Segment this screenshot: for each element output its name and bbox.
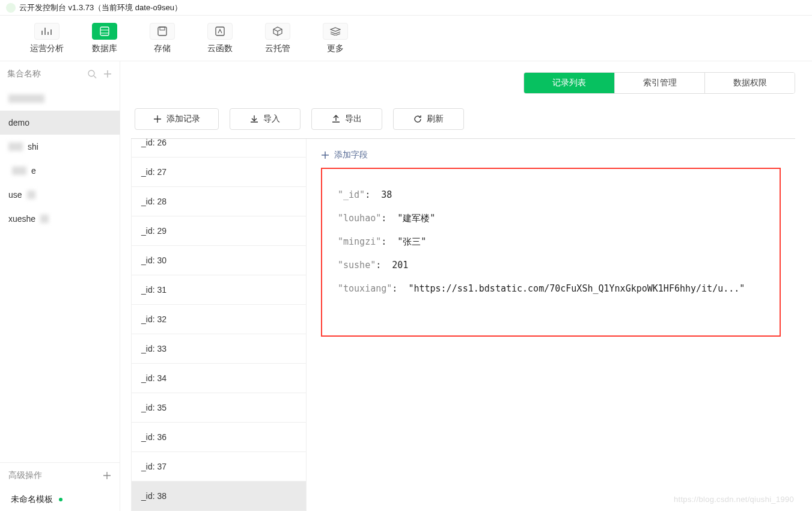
id-list-row[interactable]: _id: 33 [132, 334, 306, 364]
svg-point-4 [88, 70, 94, 76]
id-list-row[interactable]: _id: 28 [132, 187, 306, 216]
tab-indexes[interactable]: 索引管理 [614, 73, 704, 93]
toolbar-more[interactable]: 更多 [307, 23, 364, 54]
plus-icon[interactable] [103, 471, 111, 480]
toolbar-label: 存储 [154, 43, 171, 54]
action-buttons: 添加记录 导入 导出 刷新 [131, 108, 795, 130]
id-list-pane[interactable]: _id: 26_id: 27_id: 28_id: 29_id: 30_id: … [131, 139, 307, 511]
document-pane: 添加字段 "_id": 38"louhao": "建军楼""mingzi": "… [307, 139, 795, 511]
tab-records[interactable]: 记录列表 [524, 73, 614, 93]
main-toolbar: 运营分析 数据库 存储 云函数 云托管 更多 [0, 16, 812, 61]
app-icon [6, 3, 16, 13]
refresh-icon [414, 115, 422, 123]
collection-item[interactable]: demo [0, 111, 120, 135]
blurred-text [40, 215, 49, 223]
toolbar-label: 更多 [327, 43, 344, 54]
id-list-row[interactable]: _id: 38 [132, 482, 306, 511]
toolbar-label: 云函数 [207, 43, 233, 54]
upload-icon [332, 115, 340, 123]
plus-icon [321, 151, 329, 159]
title-bar: 云开发控制台 v1.3.73（当前环境 date-o9seu） [0, 0, 812, 16]
layers-icon [323, 23, 348, 40]
id-list-row[interactable]: _id: 34 [132, 364, 306, 393]
toolbar-label: 云托管 [265, 43, 290, 54]
toolbar-storage[interactable]: 存储 [133, 23, 191, 54]
collection-name: demo [8, 118, 29, 127]
function-icon [207, 23, 233, 40]
collection-name: e [31, 166, 36, 176]
id-list-row[interactable]: _id: 36 [132, 423, 306, 452]
tab-permissions[interactable]: 数据权限 [704, 73, 795, 93]
id-list-row[interactable]: _id: 29 [132, 216, 306, 246]
template-label: 未命名模板 [11, 494, 53, 505]
id-list-row[interactable]: _id: 37 [132, 452, 306, 482]
sidebar: 集合名称 demo shi e use xueshe 高级操作 未命名模板 [0, 61, 120, 511]
svg-rect-3 [216, 27, 224, 35]
collection-list: demo shi e use xueshe [0, 87, 120, 462]
blurred-text [12, 167, 26, 175]
collection-name: use [8, 190, 22, 200]
sidebar-header: 集合名称 [0, 61, 120, 87]
id-list-row[interactable]: _id: 30 [132, 246, 306, 275]
template-item[interactable]: 未命名模板 [0, 488, 120, 511]
add-field-button[interactable]: 添加字段 [321, 150, 781, 161]
id-list-row[interactable]: _id: 27 [132, 158, 306, 187]
window-title: 云开发控制台 v1.3.73（当前环境 date-o9seu） [19, 2, 182, 13]
blurred-text [8, 94, 44, 103]
view-tabs: 记录列表 索引管理 数据权限 [524, 72, 795, 94]
database-icon [92, 23, 117, 40]
svg-rect-0 [100, 27, 109, 35]
download-icon [250, 115, 258, 123]
toolbar-label: 数据库 [92, 43, 117, 54]
collection-name: shi [28, 142, 38, 151]
id-list-row[interactable]: _id: 26 [132, 139, 306, 158]
collection-item[interactable]: xueshe [0, 207, 120, 231]
blurred-text [27, 191, 35, 199]
id-list-row[interactable]: _id: 32 [132, 305, 306, 334]
collection-item[interactable]: use [0, 183, 120, 207]
toolbar-database[interactable]: 数据库 [76, 23, 133, 54]
cube-icon [265, 23, 290, 40]
import-button[interactable]: 导入 [230, 108, 301, 130]
collections-label: 集合名称 [7, 69, 41, 79]
id-list-row[interactable]: _id: 35 [132, 393, 306, 423]
collection-item[interactable] [0, 87, 120, 111]
id-list-row[interactable]: _id: 31 [132, 275, 306, 305]
chart-icon [34, 23, 60, 40]
export-button[interactable]: 导出 [311, 108, 382, 130]
collection-item[interactable]: e [0, 159, 120, 183]
svg-rect-2 [160, 27, 165, 30]
svg-rect-1 [158, 27, 166, 35]
add-record-button[interactable]: 添加记录 [135, 108, 219, 130]
refresh-button[interactable]: 刷新 [393, 108, 464, 130]
status-dot-icon [59, 498, 63, 501]
plus-icon[interactable] [103, 69, 112, 79]
toolbar-analytics[interactable]: 运营分析 [18, 23, 76, 54]
advanced-label: 高级操作 [8, 470, 42, 481]
toolbar-functions[interactable]: 云函数 [191, 23, 249, 54]
document-viewer[interactable]: "_id": 38"louhao": "建军楼""mingzi": "张三""s… [321, 168, 781, 337]
collection-item[interactable]: shi [0, 135, 120, 159]
toolbar-label: 运营分析 [30, 43, 64, 54]
advanced-section-header[interactable]: 高级操作 [0, 462, 120, 488]
collection-name: xueshe [8, 214, 35, 224]
plus-icon [153, 115, 162, 123]
save-icon [150, 23, 175, 40]
toolbar-hosting[interactable]: 云托管 [249, 23, 307, 54]
watermark: https://blog.csdn.net/qiushi_1990 [674, 495, 794, 504]
main-panel: 记录列表 索引管理 数据权限 添加记录 导入 导出 刷新 _id: 26_id:… [120, 61, 812, 511]
search-icon[interactable] [87, 69, 97, 79]
blurred-text [8, 142, 23, 151]
